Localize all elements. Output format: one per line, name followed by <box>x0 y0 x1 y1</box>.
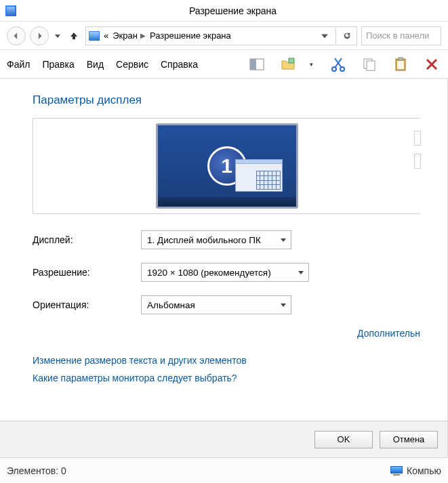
breadcrumb-quote: « <box>104 30 108 41</box>
folder-options-dropdown-icon[interactable]: ▾ <box>310 61 317 68</box>
breadcrumb-label-1: Разрешение экрана <box>150 30 231 41</box>
svg-rect-9 <box>399 58 403 60</box>
breadcrumb-screen[interactable]: Экран ▶ <box>113 30 146 41</box>
menubar: Файл Правка Вид Сервис Справка ▾ <box>0 50 448 79</box>
svg-rect-1 <box>250 59 256 70</box>
select-resolution-value: 1920 × 1080 (рекомендуется) <box>147 268 271 278</box>
search-input[interactable]: Поиск в панели <box>361 26 441 45</box>
menu-help[interactable]: Справка <box>161 59 198 70</box>
link-monitor-help[interactable]: Какие параметры монитора следует выбрать… <box>33 373 420 383</box>
address-divider <box>335 28 336 44</box>
link-additional-settings[interactable]: Дополнительн <box>357 328 420 339</box>
address-bar[interactable]: « Экран ▶ Разрешение экрана <box>85 26 357 45</box>
chevron-down-icon <box>274 300 287 310</box>
monitor-number: 1 <box>221 154 232 177</box>
layout-pane-icon[interactable] <box>247 55 266 74</box>
back-button[interactable] <box>7 26 26 45</box>
app-icon <box>5 5 16 16</box>
chevron-down-icon <box>292 268 304 278</box>
up-button[interactable] <box>66 26 81 45</box>
content-area: Параметры дисплея 1 Дисплей: 1. Дисплей … <box>0 79 448 457</box>
navbar: « Экран ▶ Разрешение экрана Поиск в пане… <box>0 22 448 50</box>
breadcrumb-sep-icon: ▶ <box>140 32 146 39</box>
address-dropdown-icon[interactable] <box>318 27 331 45</box>
breadcrumb-resolution[interactable]: Разрешение экрана <box>150 30 231 41</box>
breadcrumb-label-0: Экран <box>113 30 138 41</box>
status-item-count: Элементов: 0 <box>7 465 66 476</box>
paste-icon[interactable] <box>391 55 410 74</box>
ok-button[interactable]: OK <box>314 431 373 448</box>
menu-view[interactable]: Вид <box>87 59 104 70</box>
delete-icon[interactable] <box>422 55 441 74</box>
menu-file[interactable]: Файл <box>7 59 30 70</box>
menu-edit[interactable]: Правка <box>42 59 74 70</box>
search-placeholder: Поиск в панели <box>366 30 429 41</box>
label-resolution: Разрешение: <box>33 267 141 278</box>
forward-button[interactable] <box>30 26 49 45</box>
label-orientation: Ориентация: <box>33 299 141 310</box>
chevron-down-icon <box>274 235 287 245</box>
select-display-value: 1. Дисплей мобильного ПК <box>147 235 261 245</box>
taskbar-preview-icon <box>235 159 283 192</box>
link-text-scaling[interactable]: Изменение размеров текста и других элеме… <box>33 355 420 366</box>
detect-button-stub[interactable] <box>414 131 421 146</box>
menu-service[interactable]: Сервис <box>116 59 148 70</box>
copy-icon[interactable] <box>360 55 379 74</box>
page-title: Параметры дисплея <box>33 93 420 107</box>
svg-rect-2 <box>289 58 294 63</box>
computer-icon <box>390 466 403 476</box>
breadcrumb-root[interactable]: « <box>104 30 108 41</box>
svg-rect-8 <box>397 61 404 69</box>
refresh-button[interactable] <box>340 27 354 45</box>
select-resolution[interactable]: 1920 × 1080 (рекомендуется) <box>141 263 309 282</box>
svg-point-4 <box>340 67 344 71</box>
window-title: Разрешение экрана <box>23 5 443 16</box>
location-icon <box>89 31 100 41</box>
select-orientation[interactable]: Альбомная <box>141 295 291 314</box>
identify-button-stub[interactable] <box>414 154 421 169</box>
ok-button-label: OK <box>338 434 350 444</box>
select-orientation-value: Альбомная <box>147 300 195 310</box>
monitor-thumbnail[interactable]: 1 <box>156 123 298 209</box>
status-computer-label: Компью <box>407 465 441 476</box>
button-bar: OK Отмена <box>0 421 447 457</box>
statusbar: Элементов: 0 Компью <box>0 457 448 483</box>
folder-options-icon[interactable] <box>279 55 298 74</box>
svg-rect-6 <box>367 61 375 70</box>
cut-icon[interactable] <box>329 55 348 74</box>
cancel-button-label: Отмена <box>393 434 425 444</box>
history-dropdown-icon[interactable] <box>53 26 62 45</box>
titlebar: Разрешение экрана <box>0 0 448 22</box>
svg-point-3 <box>332 67 336 71</box>
label-display: Дисплей: <box>33 234 141 245</box>
select-display[interactable]: 1. Дисплей мобильного ПК <box>141 230 291 249</box>
display-preview-box: 1 <box>33 118 420 214</box>
cancel-button[interactable]: Отмена <box>380 431 438 448</box>
